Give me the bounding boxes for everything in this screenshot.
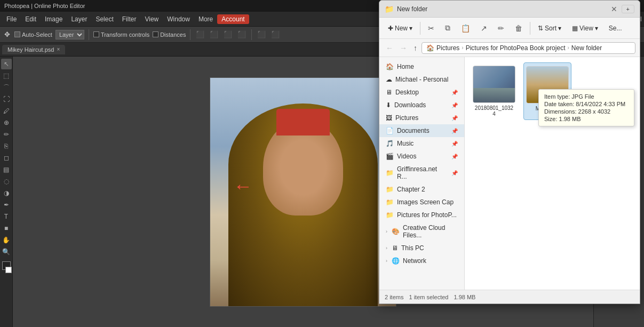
sidebar-item-downloads[interactable]: ⬇ Downloads 📌 xyxy=(379,99,464,111)
fe-content-area: 🏠 Home ☁ Michael - Personal 🖥 Desktop 📌 … xyxy=(379,57,640,290)
fe-close-button[interactable]: ✕ xyxy=(609,4,619,14)
fe-sort-button[interactable]: ⇅ Sort ▾ xyxy=(534,22,566,34)
menu-account[interactable]: Account xyxy=(217,14,249,24)
sidebar-item-images-screen-cap-label: Images Screen Cap xyxy=(397,198,454,206)
gradient-tool[interactable]: ▤ xyxy=(1,164,12,175)
lasso-tool[interactable]: ⌒ xyxy=(1,82,12,93)
toolbar-divider-1 xyxy=(89,29,89,40)
menu-select[interactable]: Select xyxy=(91,14,117,24)
fe-breadcrumb-arrow-1: › xyxy=(462,45,463,51)
fe-paste-button[interactable]: 📋 xyxy=(457,22,474,35)
menu-layer[interactable]: Layer xyxy=(67,14,91,24)
sidebar-item-videos[interactable]: 🎬 Videos 📌 xyxy=(379,150,464,163)
zoom-tool[interactable]: 🔍 xyxy=(1,246,12,257)
fe-view-button[interactable]: ▦ View ▾ xyxy=(568,22,602,34)
align-right-icon[interactable]: ⬛ xyxy=(222,29,233,39)
clone-tool[interactable]: ⎘ xyxy=(1,141,12,151)
fe-copy-button[interactable]: ⧉ xyxy=(441,21,455,35)
sidebar-item-documents-label: Documents xyxy=(397,127,430,134)
sidebar-item-this-pc[interactable]: › 🖥 This PC xyxy=(379,242,464,254)
move-tool-icon[interactable]: ✥ xyxy=(3,29,11,39)
fe-delete-button[interactable]: 🗑 xyxy=(511,22,527,35)
hand-tool[interactable]: ✋ xyxy=(1,235,12,245)
crop-tool[interactable]: ⛶ xyxy=(1,94,12,105)
select-tool[interactable]: ⬚ xyxy=(1,70,12,81)
sidebar-item-documents[interactable]: 📄 Documents 📌 xyxy=(379,124,464,137)
sidebar-item-pictures[interactable]: 🖼 Pictures 📌 xyxy=(379,111,464,124)
file-item-1[interactable]: 20180801_10324 xyxy=(470,62,518,120)
distribute2-icon[interactable]: ⬛ xyxy=(270,29,281,39)
desktop-icon: 🖥 xyxy=(386,89,392,96)
sidebar-item-videos-label: Videos xyxy=(397,153,416,160)
fe-breadcrumb-item-3[interactable]: New folder xyxy=(571,44,602,52)
file-tab[interactable]: Mikey Haircut.psd × xyxy=(2,45,65,54)
fe-delete-icon: 🗑 xyxy=(515,24,522,33)
fe-forward-button[interactable]: → xyxy=(397,43,409,53)
sidebar-item-pictures-for-photop[interactable]: 📁 Pictures for PhotoP... xyxy=(379,209,464,221)
fe-up-button[interactable]: ↑ xyxy=(411,43,419,53)
sidebar-item-griffinresa[interactable]: 📁 Griffinresa.net R... 📌 xyxy=(379,163,464,183)
background-color[interactable] xyxy=(5,267,12,273)
griffinresa-icon: 📁 xyxy=(386,169,394,177)
pictures-icon: 🖼 xyxy=(386,114,392,122)
sidebar-item-music[interactable]: 🎵 Music 📌 xyxy=(379,137,464,150)
heal-tool[interactable]: ⊕ xyxy=(1,117,12,128)
creative-cloud-icon: 🎨 xyxy=(392,228,400,235)
blur-tool[interactable]: ◌ xyxy=(1,176,12,187)
move-tool[interactable]: ↖ xyxy=(1,59,12,69)
menu-window[interactable]: Window xyxy=(163,14,194,24)
transform-controls-checkbox[interactable] xyxy=(93,31,99,37)
fe-share-button[interactable]: ↗ xyxy=(476,22,491,35)
align-top-icon[interactable]: ⬛ xyxy=(236,29,247,39)
eraser-tool[interactable]: ◻ xyxy=(1,153,12,163)
sidebar-item-network[interactable]: › 🌐 Network xyxy=(379,254,464,267)
fe-folder-icon: 📁 xyxy=(385,5,394,13)
fe-breadcrumb-item-1[interactable]: Pictures xyxy=(436,44,459,52)
menu-view[interactable]: View xyxy=(140,14,163,24)
sidebar-item-chapter2[interactable]: 📁 Chapter 2 xyxy=(379,183,464,196)
pen-tool[interactable]: ✒ xyxy=(1,200,12,210)
sidebar-item-images-screen-cap[interactable]: 📁 Images Screen Cap xyxy=(379,196,464,209)
fe-rename-button[interactable]: ✏ xyxy=(494,22,508,35)
align-left-icon[interactable]: ⬛ xyxy=(195,29,205,39)
sidebar-item-michael[interactable]: ☁ Michael - Personal xyxy=(379,73,464,86)
fe-sidebar: 🏠 Home ☁ Michael - Personal 🖥 Desktop 📌 … xyxy=(379,57,465,290)
sidebar-item-music-label: Music xyxy=(397,140,414,147)
auto-select-checkbox[interactable] xyxy=(14,31,20,37)
layer-select[interactable]: Layer xyxy=(55,30,84,39)
text-tool[interactable]: T xyxy=(1,211,12,222)
menu-edit[interactable]: Edit xyxy=(21,14,41,24)
menu-filter[interactable]: Filter xyxy=(118,14,141,24)
fe-title-left: 📁 New folder xyxy=(385,5,427,13)
fe-seemore-button[interactable]: Se... xyxy=(605,22,626,34)
menu-file[interactable]: File xyxy=(2,14,21,24)
distribute-icon[interactable]: ⬛ xyxy=(256,29,267,39)
transform-controls-label: Transform controls xyxy=(101,31,149,38)
distances-checkbox[interactable] xyxy=(153,31,158,37)
fe-cut-button[interactable]: ✂ xyxy=(424,22,439,35)
sidebar-item-desktop[interactable]: 🖥 Desktop 📌 xyxy=(379,86,464,99)
menu-more[interactable]: More xyxy=(194,14,217,24)
eyedropper-tool[interactable]: 🖊 xyxy=(1,106,12,116)
red-arrow-indicator: ← xyxy=(233,175,252,197)
fe-new-button[interactable]: ✚ New ▾ xyxy=(384,22,417,34)
documents-icon: 📄 xyxy=(386,127,394,134)
brush-tool[interactable]: ✏ xyxy=(1,129,12,140)
dodge-tool[interactable]: ◑ xyxy=(1,188,12,198)
michael-icon: ☁ xyxy=(386,76,392,83)
fe-breadcrumb-item-2[interactable]: Pictures for PhotoPea Book project xyxy=(466,44,566,52)
fe-window-controls: ✕ + xyxy=(609,4,634,14)
fe-back-button[interactable]: ← xyxy=(384,43,395,53)
fe-copy-icon: ⧉ xyxy=(445,23,450,33)
fe-breadcrumb-home-icon: 🏠 xyxy=(426,44,434,52)
sidebar-item-creative-cloud[interactable]: › 🎨 Creative Cloud Files... xyxy=(379,221,464,242)
this-pc-chevron: › xyxy=(386,245,387,251)
menu-image[interactable]: Image xyxy=(41,14,67,24)
shape-tool[interactable]: ■ xyxy=(1,223,12,234)
fe-new-tab-button[interactable]: + xyxy=(622,5,634,13)
align-center-icon[interactable]: ⬛ xyxy=(209,29,219,39)
sidebar-item-home[interactable]: 🏠 Home xyxy=(379,60,464,73)
tab-close-button[interactable]: × xyxy=(57,46,60,52)
toolbar-divider-2 xyxy=(190,29,190,40)
this-pc-icon: 🖥 xyxy=(392,244,398,252)
